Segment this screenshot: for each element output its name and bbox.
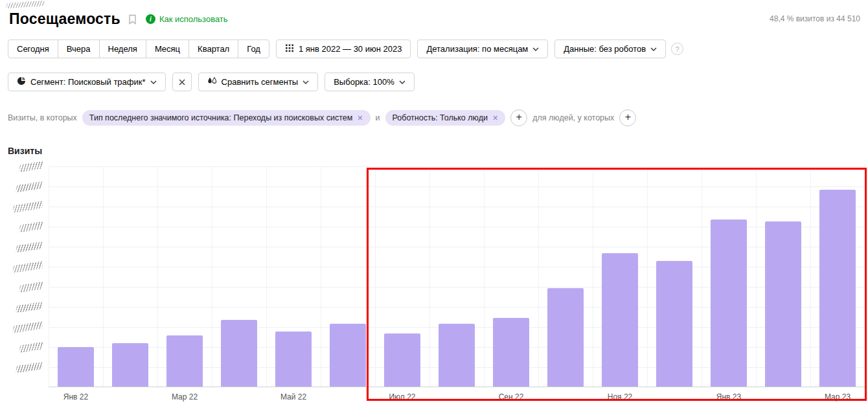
x-label-Июл-22: Июл 22 xyxy=(375,392,429,401)
filters-prefix: Визиты, в которых xyxy=(8,113,77,122)
compare-segments-icon xyxy=(207,77,217,87)
filter-chip-source[interactable]: Тип последнего значимого источника: Пере… xyxy=(82,110,371,126)
add-visit-filter-button[interactable]: + xyxy=(510,109,527,126)
x-label-Сен-22: Сен 22 xyxy=(484,392,538,401)
bar-Июн-22[interactable] xyxy=(330,324,366,387)
data-mode-label: Данные: без роботов xyxy=(564,44,646,54)
x-label-Мар-22: Мар 22 xyxy=(157,392,212,401)
plot-area xyxy=(49,166,865,387)
chevron-down-icon xyxy=(399,80,405,84)
period-button-3[interactable]: Неделя xyxy=(99,39,146,58)
x-axis-labels: Янв 22Мар 22Май 22Июл 22Сен 22Ноя 22Янв … xyxy=(49,392,865,404)
page-title: Посещаемость xyxy=(9,10,120,28)
visits-chart: Янв 22Мар 22Май 22Июл 22Сен 22Ноя 22Янв … xyxy=(0,166,868,412)
data-mode-dropdown[interactable]: Данные: без роботов xyxy=(554,39,666,58)
remove-filter-icon[interactable]: ✕ xyxy=(357,115,363,122)
period-button-6[interactable]: Год xyxy=(238,39,269,58)
x-label-Янв-22: Янв 22 xyxy=(49,392,103,401)
redacted-y-label xyxy=(12,321,43,333)
period-toolbar: СегодняВчераНеделяМесяцКварталГод 1 янв … xyxy=(8,39,868,58)
chevron-down-icon xyxy=(303,80,309,84)
remove-segment-button[interactable] xyxy=(172,73,192,91)
period-button-4[interactable]: Месяц xyxy=(146,39,189,58)
bar-Мар-22[interactable] xyxy=(166,335,203,387)
chevron-down-icon xyxy=(650,47,657,51)
bar-Фев-23[interactable] xyxy=(765,221,801,387)
bar-Май-22[interactable] xyxy=(275,332,312,387)
bar-Авг-22[interactable] xyxy=(439,324,475,387)
compare-segments-dropdown[interactable]: Сравнить сегменты xyxy=(198,73,319,91)
filter-chip-label: Тип последнего значимого источника: Пере… xyxy=(89,113,352,122)
segment-dropdown[interactable]: Сегмент: Поисковый трафик* xyxy=(8,73,166,91)
x-label-Мар-23: Мар 23 xyxy=(810,392,865,401)
y-axis-redacted-labels xyxy=(12,166,45,387)
redacted-y-label xyxy=(19,161,43,172)
add-user-filter-button[interactable]: + xyxy=(619,109,636,126)
period-button-2[interactable]: Вчера xyxy=(58,39,100,58)
visits-share-text: 48,4 % визитов из 44 510 xyxy=(770,14,860,23)
date-range-button[interactable]: 1 янв 2022 — 30 июн 2023 xyxy=(276,39,411,58)
redacted-y-label xyxy=(12,261,43,273)
bar-Дек-22[interactable] xyxy=(656,261,692,387)
redacted-y-label xyxy=(16,242,43,253)
bar-Мар-23[interactable] xyxy=(819,190,856,387)
bar-Июл-22[interactable] xyxy=(384,333,420,387)
compare-segments-label: Сравнить сегменты xyxy=(222,77,299,87)
chart-title: Визиты xyxy=(8,146,868,156)
filter-chip-robots[interactable]: Роботность: Только люди ✕ xyxy=(385,110,506,126)
x-label-Май-22: Май 22 xyxy=(266,392,321,401)
x-label-Ноя-22: Ноя 22 xyxy=(593,392,647,401)
redacted-y-label xyxy=(12,201,43,213)
redacted-y-label xyxy=(16,302,43,313)
how-to-use-link[interactable]: i Как использовать xyxy=(146,14,228,24)
redacted-y-label xyxy=(16,181,43,193)
bar-Апр-22[interactable] xyxy=(221,320,257,387)
bar-Янв-23[interactable] xyxy=(711,220,747,387)
pie-chart-icon xyxy=(17,76,26,87)
segment-label: Сегмент: Поисковый трафик* xyxy=(30,77,146,87)
period-switcher: СегодняВчераНеделяМесяцКварталГод xyxy=(8,39,269,58)
sampling-label: Выборка: 100% xyxy=(334,77,394,87)
filter-chip-label: Роботность: Только люди xyxy=(393,113,488,122)
detail-dropdown[interactable]: Детализация: по месяцам xyxy=(417,39,548,58)
info-icon: i xyxy=(146,14,155,24)
x-label-Янв-23: Янв 23 xyxy=(702,392,756,401)
chevron-down-icon xyxy=(532,47,539,51)
segment-toolbar: Сегмент: Поисковый трафик* Сравнить сегм… xyxy=(8,73,868,91)
bar-Сен-22[interactable] xyxy=(493,318,529,387)
period-button-5[interactable]: Квартал xyxy=(188,39,238,58)
redacted-y-label xyxy=(19,282,43,293)
how-to-use-label[interactable]: Как использовать xyxy=(159,14,228,24)
help-icon[interactable]: ? xyxy=(671,43,683,55)
period-button-1[interactable]: Сегодня xyxy=(8,39,58,58)
calendar-icon xyxy=(285,43,294,54)
detail-label: Детализация: по месяцам xyxy=(426,44,528,54)
sampling-dropdown[interactable]: Выборка: 100% xyxy=(325,73,415,91)
bar-Ноя-22[interactable] xyxy=(602,253,638,387)
filters-suffix: для людей, у которых xyxy=(532,113,614,122)
redacted-y-label xyxy=(19,342,43,353)
redacted-y-label xyxy=(19,221,43,232)
close-icon xyxy=(179,79,185,85)
chevron-down-icon xyxy=(150,80,157,84)
filters-row: Визиты, в которых Тип последнего значимо… xyxy=(8,109,868,126)
bookmark-icon[interactable] xyxy=(128,14,137,25)
header: Посещаемость i Как использовать 48,4 % в… xyxy=(0,0,868,28)
remove-filter-icon[interactable]: ✕ xyxy=(492,115,498,122)
metrica-traffic-page: Посещаемость i Как использовать 48,4 % в… xyxy=(0,0,868,417)
bar-Янв-22[interactable] xyxy=(58,347,94,387)
date-range-label: 1 янв 2022 — 30 июн 2023 xyxy=(299,44,402,54)
bar-Окт-22[interactable] xyxy=(547,288,584,387)
filters-conjunction: и xyxy=(376,113,380,122)
bar-Фев-22[interactable] xyxy=(112,343,148,387)
redacted-y-label xyxy=(16,362,43,374)
